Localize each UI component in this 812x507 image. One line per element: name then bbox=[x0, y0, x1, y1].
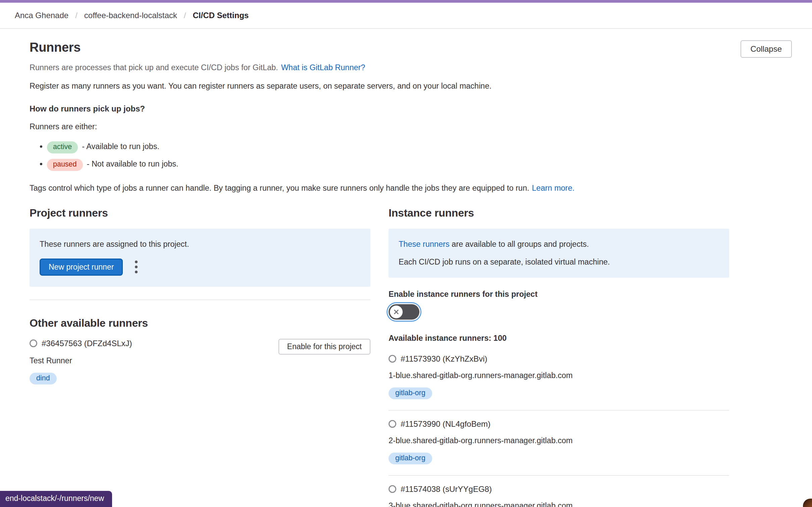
runner-id-link[interactable]: #11573990 (NL4gfoBem) bbox=[401, 419, 491, 429]
toggle-knob-off-icon bbox=[390, 306, 403, 318]
what-is-gitlab-runner-link[interactable]: What is GitLab Runner? bbox=[281, 63, 365, 72]
breadcrumb-bar: Anca Ghenade / coffee-backend-localstack… bbox=[0, 3, 812, 29]
runner-status-never-contacted-icon bbox=[389, 355, 396, 363]
page-title: Runners bbox=[30, 40, 81, 55]
runner-hostname: 1-blue.shared-gitlab-org.runners-manager… bbox=[389, 371, 729, 380]
these-runners-link[interactable]: These runners bbox=[399, 240, 450, 248]
kebab-dot bbox=[135, 266, 138, 268]
kebab-dot bbox=[135, 261, 138, 263]
settings-content: Runners Collapse Runners are processes t… bbox=[0, 29, 812, 507]
runner-status-list: active- Available to run jobs. paused- N… bbox=[30, 141, 792, 171]
project-runners-section: Project runners These runners are assign… bbox=[30, 207, 370, 507]
list-item: paused- Not available to run jobs. bbox=[47, 159, 792, 171]
instance-runners-heading: Instance runners bbox=[389, 207, 729, 219]
tags-note-text: Tags control which type of jobs a runner… bbox=[30, 184, 529, 192]
runner-tag-badge: dind bbox=[30, 373, 57, 384]
learn-more-link[interactable]: Learn more. bbox=[532, 184, 574, 192]
project-runners-actions: New project runner bbox=[40, 259, 360, 276]
divider bbox=[30, 299, 370, 300]
collapse-button[interactable]: Collapse bbox=[741, 40, 792, 58]
kebab-dot bbox=[135, 271, 138, 273]
project-runners-info-text: These runners are assigned to this proje… bbox=[40, 240, 360, 249]
x-icon bbox=[393, 308, 400, 316]
instance-runner-item: #11573930 (KzYhZxBvi) 1-blue.shared-gitl… bbox=[389, 345, 729, 411]
runner-id-row: #36457563 (DFZd4SLxJ) bbox=[30, 339, 132, 348]
runner-tag-badge: gitlab-org bbox=[389, 387, 432, 399]
instance-runners-info-box: These runners are available to all group… bbox=[389, 229, 729, 278]
runner-id-row: #11573990 (NL4gfoBem) bbox=[389, 419, 729, 429]
breadcrumb-item-user[interactable]: Anca Ghenade bbox=[15, 11, 68, 20]
other-available-runners-heading: Other available runners bbox=[30, 317, 370, 329]
instance-runners-section: Instance runners These runners are avail… bbox=[389, 207, 729, 507]
runner-id-link[interactable]: #11574038 (sUrYYgEG8) bbox=[401, 485, 492, 494]
browser-status-url: end-localstack/-/runners/new bbox=[0, 491, 112, 507]
tags-note: Tags control which type of jobs a runner… bbox=[30, 184, 792, 193]
runner-tag-badge: gitlab-org bbox=[389, 453, 432, 464]
runner-id-row: #11573930 (KzYhZxBvi) bbox=[389, 354, 729, 364]
runners-description: Runners are processes that pick up and e… bbox=[30, 63, 792, 72]
runners-are-either-text: Runners are either: bbox=[30, 122, 792, 131]
project-runners-heading: Project runners bbox=[30, 207, 370, 219]
how-runners-heading: How do runners pick up jobs? bbox=[30, 104, 792, 113]
breadcrumb-item-current: CI/CD Settings bbox=[193, 11, 249, 20]
available-instance-runners-count: Available instance runners: 100 bbox=[389, 334, 729, 343]
breadcrumb: Anca Ghenade / coffee-backend-localstack… bbox=[15, 11, 249, 20]
enable-instance-runners-label: Enable instance runners for this project bbox=[389, 290, 729, 299]
runner-columns: Project runners These runners are assign… bbox=[30, 207, 792, 507]
runners-section-header: Runners Collapse bbox=[30, 40, 792, 58]
instance-runners-info-line2: Each CI/CD job runs on a separate, isola… bbox=[399, 258, 719, 267]
instance-runner-item: #11574038 (sUrYYgEG8) 3-blue.shared-gitl… bbox=[389, 476, 729, 507]
instance-runners-info-text: are available to all groups and projects… bbox=[450, 240, 589, 248]
other-runner-row: #36457563 (DFZd4SLxJ) Test Runner dind E… bbox=[30, 339, 370, 384]
project-runners-info-box: These runners are assigned to this proje… bbox=[30, 229, 370, 287]
instance-runner-item: #11573990 (NL4gfoBem) 2-blue.shared-gitl… bbox=[389, 411, 729, 476]
runner-status-never-contacted-icon bbox=[389, 485, 396, 493]
enable-for-project-button[interactable]: Enable for this project bbox=[278, 339, 370, 355]
runner-hostname: 3-blue.shared-gitlab-org.runners-manager… bbox=[389, 501, 729, 507]
runner-name: Test Runner bbox=[30, 356, 132, 365]
runners-description-text: Runners are processes that pick up and e… bbox=[30, 63, 278, 72]
breadcrumb-item-project[interactable]: coffee-backend-localstack bbox=[84, 11, 177, 20]
active-status-description: - Available to run jobs. bbox=[82, 142, 159, 151]
runner-id-row: #11574038 (sUrYYgEG8) bbox=[389, 485, 729, 494]
instance-runner-list: #11573930 (KzYhZxBvi) 1-blue.shared-gitl… bbox=[389, 345, 729, 507]
paused-status-description: - Not available to run jobs. bbox=[87, 159, 179, 168]
active-status-badge: active bbox=[47, 141, 78, 153]
runner-hostname: 2-blue.shared-gitlab-org.runners-manager… bbox=[389, 436, 729, 445]
register-note: Register as many runners as you want. Yo… bbox=[30, 82, 792, 91]
runner-status-never-contacted-icon bbox=[30, 339, 37, 347]
breadcrumb-separator: / bbox=[75, 11, 78, 20]
breadcrumb-separator: / bbox=[184, 11, 186, 20]
instance-runners-toggle[interactable] bbox=[389, 304, 419, 320]
runner-id-link[interactable]: #36457563 (DFZd4SLxJ) bbox=[42, 339, 132, 348]
browser-theme-strip bbox=[0, 0, 812, 3]
other-runner-details: #36457563 (DFZd4SLxJ) Test Runner dind bbox=[30, 339, 132, 384]
runner-status-never-contacted-icon bbox=[389, 420, 396, 428]
paused-status-badge: paused bbox=[47, 159, 83, 171]
vertical-ellipsis-icon[interactable] bbox=[133, 259, 140, 275]
runner-id-link[interactable]: #11573930 (KzYhZxBvi) bbox=[401, 354, 487, 364]
new-project-runner-button[interactable]: New project runner bbox=[40, 259, 123, 276]
instance-runners-info-line1: These runners are available to all group… bbox=[399, 240, 719, 249]
list-item: active- Available to run jobs. bbox=[47, 141, 792, 153]
